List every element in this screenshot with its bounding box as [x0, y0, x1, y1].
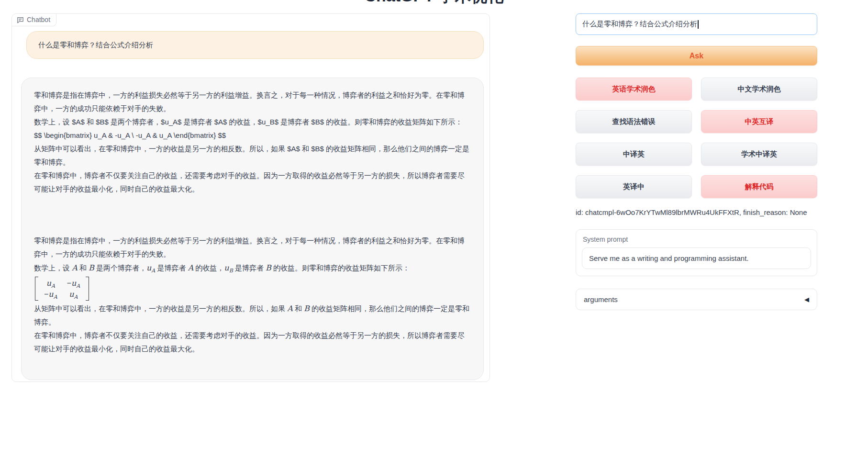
arguments-accordion-label: arguments [584, 295, 618, 303]
chatbot-panel-label: Chatbot [12, 14, 56, 26]
chat-bubble-icon [17, 16, 24, 23]
fn-button-英语学术润色[interactable]: 英语学术润色 [576, 78, 692, 101]
matrix-cell: −uA [44, 289, 57, 300]
fn-button-中英互译[interactable]: 中英互译 [701, 110, 817, 133]
ask-button[interactable]: Ask [576, 46, 817, 66]
page-title: ChatGPT 学术优化 [0, 0, 868, 5]
fn-button-中译英[interactable]: 中译英 [576, 143, 692, 166]
collapsed-triangle-icon: ◀ [804, 296, 809, 303]
controls-column: 什么是零和博弈？结合公式介绍分析 Ask 英语学术润色中文学术润色查找语法错误中… [576, 13, 817, 310]
user-message-bubble: 什么是零和博弈？结合公式介绍分析 [26, 31, 484, 59]
bot-rendered-paragraph: 在零和博弈中，博弈者不仅要关注自己的收益，还需要考虑对手的收益。因为一方取得的收… [34, 329, 471, 356]
chatbot-panel: Chatbot 什么是零和博弈？结合公式介绍分析 零和博弈是指在博弈中，一方的利… [11, 13, 490, 382]
bot-raw-paragraph: 零和博弈是指在博弈中，一方的利益损失必然等于另一方的利益增益。换言之，对于每一种… [34, 89, 471, 115]
fn-button-学术中译英[interactable]: 学术中译英 [701, 143, 817, 166]
text-caret [698, 20, 699, 29]
system-prompt-label: System prompt [583, 236, 811, 243]
fn-button-中文学术润色[interactable]: 中文学术润色 [701, 78, 817, 101]
message-block-gap [34, 196, 471, 234]
matrix-right-bracket [86, 277, 89, 301]
fn-button-查找语法错误[interactable]: 查找语法错误 [576, 110, 692, 133]
matrix-left-bracket [35, 277, 38, 301]
matrix-cell: −uA [67, 278, 80, 289]
system-prompt-card: System prompt Serve me as a writing and … [576, 229, 817, 276]
bot-raw-paragraph: $$ \begin{bmatrix} u_A & -u_A \ -u_A & u… [34, 129, 471, 142]
rendered-matrix: uA−uA−uAuA [34, 275, 471, 302]
fn-button-解释代码[interactable]: 解释代码 [701, 175, 817, 198]
bot-rendered-paragraph-math: 从矩阵中可以看出，在零和博弈中，一方的收益是另一方的相反数。所以，如果 A 和 … [34, 302, 471, 329]
bot-raw-paragraph: 数学上，设 $A$ 和 $B$ 是两个博弈者，$u_A$ 是博弈者 $A$ 的收… [34, 115, 471, 129]
arguments-accordion[interactable]: arguments ◀ [576, 289, 817, 310]
bot-raw-paragraph: 从矩阵中可以看出，在零和博弈中，一方的收益是另一方的相反数。所以，如果 $A$ … [34, 142, 471, 169]
header: ChatGPT 学术优化 [0, 0, 868, 5]
bot-raw-paragraph: 在零和博弈中，博弈者不仅要关注自己的收益，还需要考虑对手的收益。因为一方取得的收… [34, 169, 471, 196]
bot-message-bubble: 零和博弈是指在博弈中，一方的利益损失必然等于另一方的利益增益。换言之，对于每一种… [21, 78, 484, 380]
question-input-value: 什么是零和博弈？结合公式介绍分析 [582, 20, 697, 29]
bot-raw-markdown-block: 零和博弈是指在博弈中，一方的利益损失必然等于另一方的利益增益。换言之，对于每一种… [34, 89, 471, 196]
fn-button-英译中[interactable]: 英译中 [576, 175, 692, 198]
system-prompt-input[interactable]: Serve me as a writing and programming as… [582, 247, 811, 269]
status-line: id: chatcmpl-6wOo7KrYTwMl89lbrMWRu4UkFFX… [576, 208, 817, 216]
function-button-grid: 英语学术润色中文学术润色查找语法错误中英互译中译英学术中译英英译中解释代码 [576, 78, 817, 198]
matrix-cell: uA [67, 289, 80, 300]
system-prompt-value: Serve me as a writing and programming as… [589, 254, 748, 262]
question-input[interactable]: 什么是零和博弈？结合公式介绍分析 [576, 13, 817, 35]
bot-rendered-block: 零和博弈是指在博弈中，一方的利益损失必然等于另一方的利益增益。换言之，对于每一种… [34, 234, 471, 356]
chatbot-panel-label-text: Chatbot [27, 16, 50, 23]
user-message-text: 什么是零和博弈？结合公式介绍分析 [38, 41, 153, 49]
bot-rendered-paragraph: 零和博弈是指在博弈中，一方的利益损失必然等于另一方的利益增益。换言之，对于每一种… [34, 234, 471, 261]
bot-rendered-paragraph-math: 数学上，设 A 和 B 是两个博弈者，uA 是博弈者 A 的收益，uB 是博弈者… [34, 261, 471, 275]
matrix-cell: uA [44, 278, 57, 289]
